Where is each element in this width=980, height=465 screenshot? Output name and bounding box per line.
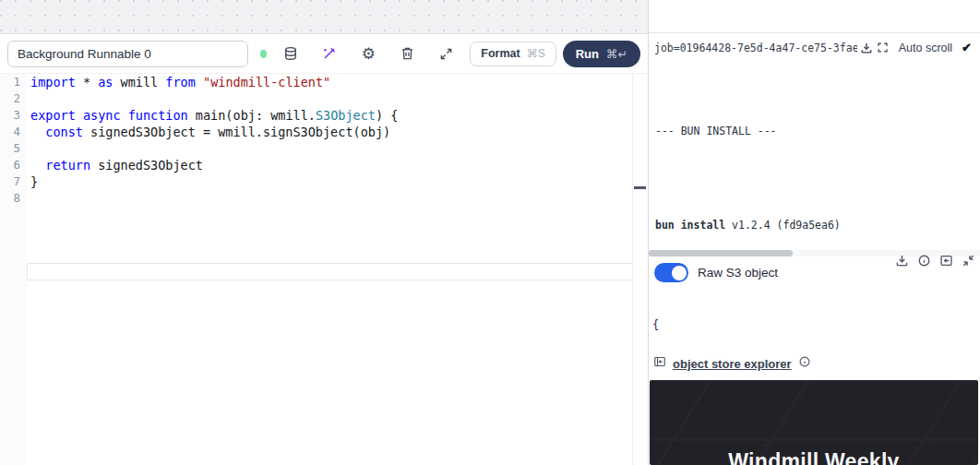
log-line: bun install v1.2.4 (fd9a5ea6) xyxy=(655,218,980,233)
line-number: 5 xyxy=(0,140,20,157)
expand-logs-icon[interactable] xyxy=(876,41,890,55)
line-number: 4 xyxy=(0,124,20,140)
code-line-4: const signedS3Object = wmill.signS3Objec… xyxy=(30,124,390,140)
line-number: 3 xyxy=(0,107,20,124)
scrollbar-thumb[interactable] xyxy=(649,250,793,256)
line-number: 6 xyxy=(0,157,20,173)
overview-ruler xyxy=(632,74,633,465)
code-editor[interactable]: 1 2 3 4 5 6 7 8 import * as wmill from "… xyxy=(0,74,648,465)
current-line-highlight xyxy=(27,263,633,280)
toggle-knob xyxy=(672,266,687,280)
format-label: Format xyxy=(481,47,520,60)
collapse-panel-icon[interactable] xyxy=(961,253,975,268)
job-header: job=01964428-7e5d-4a47-ce75-3fae4 Auto s… xyxy=(649,37,980,58)
code-line-6: return signedS3Object xyxy=(30,157,203,173)
format-shortcut: ⌘S xyxy=(527,47,545,60)
output-panel-header-spacer xyxy=(649,0,980,33)
run-output-panel: job=01964428-7e5d-4a47-ce75-3fae4 Auto s… xyxy=(648,0,980,465)
expand-editor-icon[interactable] xyxy=(437,45,454,62)
line-number: 1 xyxy=(0,74,20,90)
raw-s3-object-toggle[interactable] xyxy=(654,263,688,282)
settings-gear-icon[interactable]: ⚙ xyxy=(360,45,376,62)
info-icon[interactable] xyxy=(916,253,931,268)
side-panel-icon xyxy=(653,355,666,372)
ai-wand-icon[interactable] xyxy=(321,45,338,62)
result-json-viewer[interactable]: { "s3": "keynote/thumbnail_weekly_10.png… xyxy=(652,287,980,350)
code-line-7: } xyxy=(30,173,38,190)
json-line: { xyxy=(652,317,980,333)
code-line-3: export async function main(obj: wmill.S3… xyxy=(30,107,398,124)
raw-s3-object-label: Raw S3 object xyxy=(698,266,778,280)
run-label: Run xyxy=(576,47,599,61)
object-store-explorer-link[interactable]: object store explorer xyxy=(673,357,792,371)
log-line: --- BUN INSTALL --- xyxy=(655,124,980,139)
database-icon[interactable] xyxy=(282,45,299,62)
raw-s3-toggle-row: Raw S3 object xyxy=(654,263,778,282)
s3-image-preview[interactable]: Windmill Weekly xyxy=(650,380,978,465)
log-line-blank xyxy=(655,171,980,186)
line-number: 8 xyxy=(0,190,20,207)
download-result-icon[interactable] xyxy=(894,253,909,268)
explorer-info-icon[interactable] xyxy=(798,355,811,372)
preview-image-title: Windmill Weekly xyxy=(650,449,978,465)
format-button[interactable]: Format ⌘S xyxy=(470,42,556,66)
run-button[interactable]: Run ⌘↵ xyxy=(563,41,640,67)
line-number: 2 xyxy=(0,90,20,107)
canvas-dotted-background xyxy=(0,0,648,34)
open-in-drawer-icon[interactable] xyxy=(938,253,953,268)
overview-ruler-cursor-mark xyxy=(634,186,646,189)
status-dot-icon xyxy=(260,50,268,58)
line-number: 7 xyxy=(0,173,20,190)
object-store-explorer-row: object store explorer xyxy=(653,355,811,372)
script-editor-panel: ⚙ Format ⌘S xyxy=(0,0,648,465)
code-line-1: import * as wmill from "windmill-client" xyxy=(30,74,330,90)
job-id-label: job=01964428-7e5d-4a47-ce75-3fae4 xyxy=(654,42,857,54)
job-log-output[interactable]: --- BUN INSTALL --- bun install v1.2.4 (… xyxy=(649,87,980,251)
delete-trash-icon[interactable] xyxy=(399,45,415,62)
download-logs-icon[interactable] xyxy=(859,41,874,55)
result-toolbar xyxy=(894,253,975,268)
auto-scroll-checkbox[interactable]: ✔ xyxy=(962,41,972,54)
auto-scroll-label: Auto scroll xyxy=(899,42,952,54)
runnable-name-input[interactable] xyxy=(7,41,248,67)
editor-toolbar: ⚙ Format ⌘S xyxy=(0,34,648,74)
preview-decoration xyxy=(650,438,978,441)
windmill-app-editor: ⚙ Format ⌘S xyxy=(0,0,980,465)
run-shortcut: ⌘↵ xyxy=(606,47,627,61)
